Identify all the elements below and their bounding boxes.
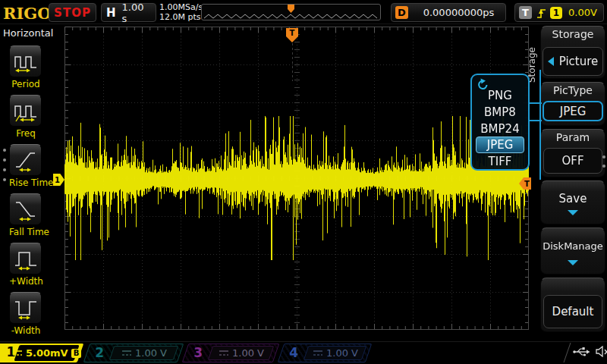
horizontal-timebase-box[interactable]: H 1.00 s — [101, 3, 156, 22]
softkey-value-box: OFF — [543, 148, 602, 174]
channel3-status[interactable]: 3 1.00 V — [182, 344, 280, 362]
softkey-label: Storage — [541, 27, 605, 40]
channel-scale-box: 1.00 V — [208, 346, 275, 360]
softkey-value-box: Picture — [543, 47, 603, 76]
channel-scale-box: 1.00 V — [109, 346, 179, 360]
trigger-level-value: 0.00V — [566, 7, 599, 18]
channel-scale: 1.00 V — [135, 347, 167, 359]
softkey-value: Picture — [559, 55, 599, 68]
menu-page-dot — [602, 155, 605, 158]
measure-item-period[interactable]: Period — [9, 46, 42, 89]
waveform-preview-bar[interactable] — [201, 4, 381, 20]
softkey-diskmanage[interactable]: DiskManage — [540, 228, 605, 275]
menu-page-dot — [3, 168, 6, 171]
channel-scale: 1.00 V — [326, 347, 358, 359]
usb-icon — [572, 347, 590, 357]
softkey-value: Default — [552, 305, 594, 318]
measure-item-rise-time[interactable]: Rise Time — [9, 144, 42, 188]
fall-time-icon — [13, 197, 39, 221]
channel-number: 3 — [193, 345, 203, 360]
pictype-popup: PNG BMP8 BMP24 JPEG TIFF — [470, 74, 530, 171]
rising-edge-icon — [536, 7, 546, 19]
channel1-level-marker[interactable]: 1 — [53, 174, 64, 186]
minus-width-icon — [13, 296, 39, 320]
channel-scale-box: 1.00 V — [304, 346, 367, 360]
menu-page-dot — [602, 165, 605, 168]
trigger-label: T — [519, 6, 532, 19]
measure-menu-title: Horizontal — [3, 27, 53, 39]
measure-item-label: Freq — [9, 128, 42, 139]
dc-coupling-icon — [219, 349, 229, 357]
measure-item-minus-width[interactable]: -Width — [9, 292, 42, 336]
memory-depth: 12.0M pts — [159, 12, 203, 22]
softkey-label: DiskManage — [541, 240, 605, 252]
softkey-label: Param — [541, 130, 605, 143]
channel-scale: 1.00 V — [232, 347, 264, 359]
softkey-label: Save — [541, 192, 605, 206]
h-label: H — [106, 6, 116, 20]
plus-width-icon — [13, 246, 39, 271]
softkey-storage[interactable]: Storage Picture — [540, 26, 605, 79]
trigger-source-badge: 1 — [550, 7, 562, 19]
popup-connector — [539, 70, 541, 180]
popup-item[interactable]: BMP24 — [476, 121, 524, 137]
channel-number: 2 — [95, 345, 104, 360]
menu-page-dot — [3, 149, 6, 152]
menu-page-dot — [3, 178, 6, 181]
freq-icon — [13, 99, 39, 123]
channel-scale: 5.00mV — [26, 347, 68, 359]
popup-item[interactable]: JPEG — [476, 136, 524, 153]
delay-box[interactable]: D 0.00000000ps — [391, 3, 506, 22]
measure-item-label: -Width — [9, 325, 42, 336]
softkey-param[interactable]: Param OFF — [540, 129, 605, 177]
sample-rate: 1.00MSa/s — [159, 2, 203, 12]
channel-number: 4 — [289, 345, 298, 360]
dc-coupling-icon — [121, 349, 132, 357]
measure-item-label: Period — [9, 79, 42, 89]
speaker-muted-icon — [596, 346, 607, 357]
waveform-display — [64, 27, 529, 330]
run-state-indicator[interactable]: STOP — [49, 3, 96, 22]
delay-value: 0.00000000ps — [416, 7, 502, 18]
acquisition-info: 1.00MSa/s 12.0M pts — [159, 2, 203, 22]
dc-coupling-icon — [313, 349, 323, 357]
down-arrow-icon — [568, 210, 578, 215]
trigger-box[interactable]: T 1 0.00V — [514, 3, 604, 22]
channel1-status[interactable]: 1 5.00mV B — [0, 344, 83, 362]
top-status-bar: RIGOL STOP H 1.00 s 1.00MSa/s 12.0M pts … — [0, 0, 607, 24]
channel-scale-box: 5.00mV B — [14, 345, 79, 361]
menu-page-dot — [3, 158, 6, 162]
channel4-status[interactable]: 4 1.00 V — [278, 344, 373, 362]
measure-item-fall-time[interactable]: Fall Time — [9, 193, 42, 237]
measure-item-label: Fall Time — [9, 227, 42, 237]
softkey-value-box: Default — [543, 295, 602, 328]
popup-item[interactable]: PNG — [476, 87, 524, 104]
softkey-label: PicType — [541, 83, 605, 96]
softkey-value: OFF — [561, 154, 583, 168]
measure-item-label: +Width — [9, 276, 42, 287]
period-icon — [13, 49, 39, 74]
softkey-default[interactable]: Default — [540, 278, 605, 332]
down-arrow-icon — [568, 260, 578, 265]
measure-item-freq[interactable]: Freq — [9, 95, 42, 139]
measure-item-plus-width[interactable]: +Width — [9, 243, 42, 287]
left-arrow-icon — [548, 57, 554, 66]
popup-item[interactable]: TIFF — [476, 153, 524, 170]
timebase-value: 1.00 s — [122, 2, 151, 24]
measure-item-label: Rise Time — [9, 177, 42, 188]
bandwidth-limit-badge: B — [71, 349, 82, 358]
delay-label: D — [395, 6, 408, 19]
status-icons — [572, 346, 607, 357]
softkey-value-box: JPEG — [543, 101, 603, 121]
channel2-status[interactable]: 2 1.00 V — [83, 344, 184, 362]
rise-time-icon — [13, 148, 39, 172]
softkey-save[interactable]: Save — [540, 180, 605, 224]
popup-item-list: PNG BMP8 BMP24 JPEG TIFF — [472, 87, 528, 170]
popup-item[interactable]: BMP8 — [476, 104, 524, 121]
dc-coupling-icon — [12, 349, 23, 357]
softkey-pictype[interactable]: PicType JPEG — [540, 82, 605, 126]
softkey-value: JPEG — [560, 105, 587, 118]
